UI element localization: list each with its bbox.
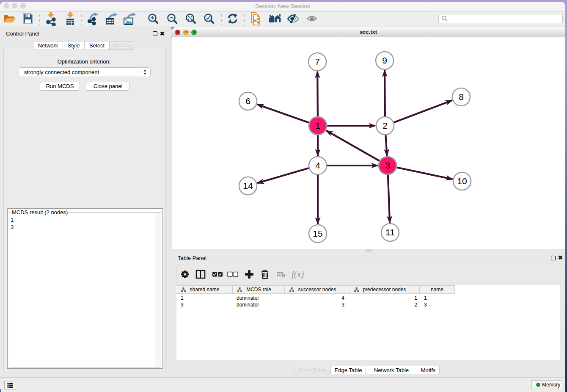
svg-text:2: 2 — [383, 121, 388, 130]
svg-text:9: 9 — [382, 55, 387, 65]
svg-text:11: 11 — [385, 227, 395, 237]
svg-text:10: 10 — [457, 176, 467, 186]
svg-text:4: 4 — [315, 160, 320, 170]
svg-text:f(x): f(x) — [292, 269, 304, 279]
svg-text:14: 14 — [243, 181, 253, 190]
svg-text:1: 1 — [315, 121, 320, 130]
svg-text:6: 6 — [245, 96, 250, 106]
svg-text:3: 3 — [385, 160, 390, 170]
svg-text:15: 15 — [313, 229, 322, 238]
svg-text:8: 8 — [459, 92, 464, 102]
svg-text:7: 7 — [315, 57, 320, 66]
